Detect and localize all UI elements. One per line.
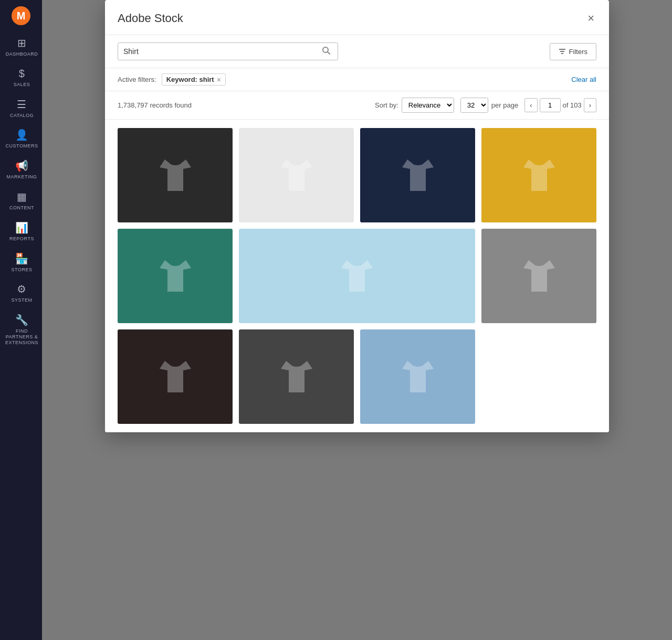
image-grid xyxy=(105,120,609,432)
system-icon: ⚙ xyxy=(17,283,27,295)
sidebar-item-dashboard[interactable]: ⊞ DASHBOARD xyxy=(0,31,42,62)
shirt-illustration xyxy=(154,255,196,297)
image-item-img-7[interactable] xyxy=(481,229,596,323)
sidebar-item-label-content: CONTENT xyxy=(9,205,34,211)
modal-overlay: Adobe Stock × xyxy=(42,0,672,640)
page-number-input[interactable] xyxy=(540,98,561,112)
per-page-wrapper: 32 per page xyxy=(460,98,518,113)
image-placeholder xyxy=(239,229,475,323)
sidebar-item-reports[interactable]: 📊 REPORTS xyxy=(0,216,42,247)
sidebar-item-label-reports: REPORTS xyxy=(9,236,34,242)
sidebar-logo: M xyxy=(0,0,42,31)
main-content: Adobe Stock × xyxy=(42,0,672,640)
search-input[interactable] xyxy=(123,43,320,60)
total-pages: of 103 xyxy=(563,101,582,109)
sidebar-item-label-customers: CUSTOMERS xyxy=(6,143,38,149)
sidebar-item-customers[interactable]: 👤 CUSTOMERS xyxy=(0,123,42,154)
search-icon-button[interactable] xyxy=(320,44,332,59)
shirt-illustration xyxy=(276,154,318,196)
image-item-img-8[interactable] xyxy=(118,329,233,424)
reports-icon: 📊 xyxy=(15,221,29,234)
active-filters-bar: Active filters: Keyword: shirt × Clear a… xyxy=(105,68,609,91)
image-item-img-3[interactable] xyxy=(360,128,475,222)
modal-header: Adobe Stock × xyxy=(105,0,609,35)
sidebar-item-system[interactable]: ⚙ SYSTEM xyxy=(0,278,42,308)
svg-line-1 xyxy=(328,52,330,54)
per-page-select[interactable]: 32 xyxy=(460,98,488,113)
results-bar: 1,738,797 records found Sort by: Relevan… xyxy=(105,91,609,120)
magento-logo: M xyxy=(12,6,30,25)
search-bar: Filters xyxy=(105,35,609,68)
shirt-illustration xyxy=(518,255,560,297)
pagination: ‹ of 103 › xyxy=(524,98,596,112)
image-placeholder xyxy=(481,229,596,323)
sidebar-item-label-dashboard: DASHBOARD xyxy=(6,51,38,57)
sidebar: M ⊞ DASHBOARD $ SALES ☰ CATALOG 👤 CUSTOM… xyxy=(0,0,42,640)
sidebar-item-content[interactable]: ▦ CONTENT xyxy=(0,185,42,216)
image-placeholder xyxy=(239,329,354,424)
image-placeholder xyxy=(118,229,233,323)
shirt-illustration xyxy=(518,154,560,196)
sidebar-item-marketing[interactable]: 📢 MARKETING xyxy=(0,154,42,185)
sort-select[interactable]: Relevance xyxy=(402,98,454,113)
image-item-img-9[interactable] xyxy=(239,329,354,424)
sidebar-item-label-catalog: CATALOG xyxy=(10,113,34,119)
sidebar-item-label-marketing: MARKETING xyxy=(6,174,37,180)
filter-icon xyxy=(559,48,566,55)
modal-close-button[interactable]: × xyxy=(585,9,596,27)
image-placeholder xyxy=(239,128,354,222)
shirt-illustration xyxy=(397,154,439,196)
sort-by-wrapper: Sort by: Relevance xyxy=(375,98,454,113)
image-placeholder xyxy=(118,329,233,424)
stores-icon: 🏪 xyxy=(15,252,29,265)
sidebar-item-label-stores: STORES xyxy=(12,267,33,273)
image-item-img-6[interactable] xyxy=(239,229,475,323)
marketing-icon: 📢 xyxy=(15,159,29,172)
image-placeholder xyxy=(481,128,596,222)
image-item-img-1[interactable] xyxy=(118,128,233,222)
search-icon xyxy=(322,46,330,55)
sidebar-item-stores[interactable]: 🏪 STORES xyxy=(0,247,42,278)
sidebar-item-label-find-partners: FIND PARTNERS & EXTENSIONS xyxy=(4,328,39,345)
customers-icon: 👤 xyxy=(15,129,29,141)
search-input-wrapper xyxy=(118,42,338,60)
per-page-label: per page xyxy=(491,101,518,109)
active-filters-label: Active filters: xyxy=(118,76,156,83)
image-placeholder xyxy=(360,329,475,424)
catalog-icon: ☰ xyxy=(17,98,27,111)
shirt-illustration xyxy=(397,356,439,398)
clear-all-link[interactable]: Clear all xyxy=(571,76,596,83)
keyword-filter-tag: Keyword: shirt × xyxy=(162,73,226,86)
image-item-img-2[interactable] xyxy=(239,128,354,222)
image-placeholder xyxy=(360,128,475,222)
filters-left: Active filters: Keyword: shirt × xyxy=(118,73,226,86)
filters-button[interactable]: Filters xyxy=(550,43,596,60)
results-right: Sort by: Relevance 32 per page ‹ of 103 … xyxy=(375,98,596,113)
shirt-illustration xyxy=(276,356,318,398)
modal-title: Adobe Stock xyxy=(118,12,183,25)
sidebar-item-sales[interactable]: $ SALES xyxy=(0,62,42,93)
image-placeholder xyxy=(118,128,233,222)
sales-icon: $ xyxy=(19,68,25,80)
image-item-img-5[interactable] xyxy=(118,229,233,323)
sidebar-item-label-sales: SALES xyxy=(14,82,30,88)
shirt-illustration xyxy=(154,154,196,196)
prev-page-button[interactable]: ‹ xyxy=(524,98,537,112)
sort-by-label: Sort by: xyxy=(375,101,398,109)
results-count: 1,738,797 records found xyxy=(118,101,192,109)
shirt-illustration xyxy=(154,356,196,398)
dashboard-icon: ⊞ xyxy=(17,37,27,49)
image-item-img-10[interactable] xyxy=(360,329,475,424)
image-item-img-4[interactable] xyxy=(481,128,596,222)
remove-keyword-filter-button[interactable]: × xyxy=(217,76,221,83)
find-partners-icon: 🔧 xyxy=(15,314,29,326)
shirt-illustration xyxy=(326,255,388,297)
sidebar-item-find-partners[interactable]: 🔧 FIND PARTNERS & EXTENSIONS xyxy=(0,308,42,350)
content-icon: ▦ xyxy=(17,190,27,203)
sidebar-item-catalog[interactable]: ☰ CATALOG xyxy=(0,93,42,124)
adobe-stock-modal: Adobe Stock × xyxy=(105,0,609,432)
next-page-button[interactable]: › xyxy=(584,98,596,112)
sidebar-item-label-system: SYSTEM xyxy=(11,297,32,303)
